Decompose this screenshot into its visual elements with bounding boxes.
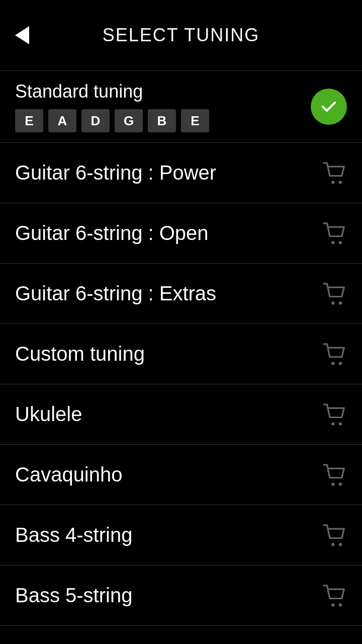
notes-row: E A D G B E [15,109,209,132]
note-badge-e2: E [181,109,209,132]
item-label-cavaquinho: Cavaquinho [15,463,123,486]
svg-point-12 [331,543,334,546]
cart-icon-bass-5string [323,585,347,607]
item-label-custom-tuning: Custom tuning [15,343,145,365]
list-item-guitar-extras[interactable]: Guitar 6-string : Extras [0,264,362,324]
cart-icon-custom-tuning [323,343,347,365]
svg-point-4 [331,301,334,304]
selected-check-button[interactable] [311,89,347,125]
standard-tuning-left: Standard tuning E A D G B E [15,81,209,132]
note-badge-b: B [148,109,176,132]
item-label-guitar-open: Guitar 6-string : Open [15,222,209,245]
cart-icon-guitar-power [323,162,347,184]
app-header: SELECT TUNING [0,0,362,70]
page-title: SELECT TUNING [0,25,362,46]
svg-point-13 [339,543,342,546]
list-item-bass-4string[interactable]: Bass 4-string [0,505,362,566]
list-item-guitar-open[interactable]: Guitar 6-string : Open [0,203,362,264]
standard-tuning-label: Standard tuning [15,81,209,102]
note-badge-a: A [48,109,76,132]
item-label-bass-4string: Bass 4-string [15,524,132,546]
cart-icon-guitar-extras [323,283,347,305]
list-item-custom-tuning[interactable]: Custom tuning [0,324,362,384]
note-badge-g: G [115,109,143,132]
item-label-guitar-extras: Guitar 6-string : Extras [15,282,216,305]
list-item-guitar-power[interactable]: Guitar 6-string : Power [0,143,362,203]
item-label-bass-5string: Bass 5-string [15,584,132,607]
svg-point-15 [339,603,342,606]
svg-point-2 [331,241,334,244]
svg-point-10 [331,482,334,486]
note-badge-d: D [81,109,110,132]
svg-point-3 [339,241,342,244]
svg-point-6 [331,362,334,365]
svg-point-7 [339,362,342,365]
cart-icon-guitar-open [323,222,347,245]
svg-point-1 [339,181,342,184]
standard-tuning-item[interactable]: Standard tuning E A D G B E [0,71,362,143]
item-label-guitar-power: Guitar 6-string : Power [15,162,216,184]
checkmark-icon [320,98,338,116]
note-badge-e1: E [15,109,43,132]
svg-point-9 [339,422,342,425]
cart-icon-ukulele [323,404,347,426]
item-label-ukulele: Ukulele [15,403,82,426]
svg-point-5 [339,301,342,304]
cart-icon-cavaquinho [323,464,347,486]
svg-point-8 [331,422,334,425]
svg-point-11 [339,482,342,486]
svg-point-0 [331,181,334,184]
list-item-ukulele[interactable]: Ukulele [0,384,362,445]
back-button[interactable] [15,26,29,44]
list-item-bass-5string[interactable]: Bass 5-string [0,566,362,626]
back-arrow-icon [15,26,29,44]
list-item-cavaquinho[interactable]: Cavaquinho [0,445,362,505]
svg-point-14 [331,603,334,606]
cart-icon-bass-4string [323,524,347,546]
